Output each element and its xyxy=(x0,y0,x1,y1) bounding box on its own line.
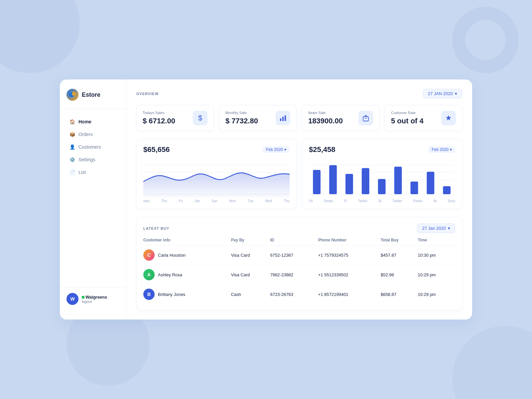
today-sales-value: $ 6712.00 xyxy=(143,117,175,125)
stat-card-rate: Customer Rate 5 out of 4 ★ xyxy=(385,105,462,131)
total-cell: $52.98 xyxy=(381,265,418,285)
svg-rect-2 xyxy=(280,118,281,121)
customer-avatar: C xyxy=(143,249,155,261)
item-sale-label: Iteam Sale xyxy=(308,111,343,115)
dollar-icon: $ xyxy=(198,114,202,122)
customer-avatar: A xyxy=(143,269,155,280)
bar-chart-icon xyxy=(279,114,287,122)
svg-rect-23 xyxy=(411,182,418,194)
table-header: Customer info Pay By ID Phone Number Tot… xyxy=(143,238,455,245)
svg-point-1 xyxy=(72,92,76,96)
svg-rect-5 xyxy=(363,117,368,121)
sidebar-item-list[interactable]: 📄 List xyxy=(63,166,123,178)
star-icon-box: ★ xyxy=(441,111,456,125)
sales-overview-period[interactable]: Feb 2020 ▾ xyxy=(263,146,290,153)
col-customer: Customer info xyxy=(143,238,231,245)
svg-rect-22 xyxy=(394,167,402,194)
chevron-down-icon: ▾ xyxy=(284,147,286,152)
phone-cell: +1 7579324575 xyxy=(318,245,381,265)
table-date-filter[interactable]: 27 Jan 2020 ▾ xyxy=(417,223,455,233)
col-payby: Pay By xyxy=(231,238,270,245)
col-time: Time xyxy=(418,238,456,245)
sidebar-item-orders[interactable]: 📦 Orders xyxy=(63,128,123,140)
online-indicator xyxy=(82,296,84,299)
today-sales-label: Todays Sales xyxy=(143,111,175,115)
stat-card-item: Iteam Sale 183900.00 xyxy=(302,105,379,131)
id-cell: 7862-23882 xyxy=(270,265,318,285)
table-body: C Carla Houston Visa Card 6752-12367 +1 … xyxy=(143,245,455,304)
table-row: A Ashley Rosa Visa Card 7862-23882 +1 55… xyxy=(143,265,455,285)
chart-header-add: $25,458 Feb 2020 ▾ xyxy=(309,145,455,154)
col-phone: Phone Number xyxy=(318,238,381,245)
bar-chart-area xyxy=(309,158,455,198)
pay-by-cell: Cash xyxy=(231,285,270,304)
svg-rect-25 xyxy=(443,186,451,194)
total-cell: $658.87 xyxy=(381,285,418,304)
time-cell: 10:29 pm xyxy=(418,285,456,304)
monthly-sale-value: $ 7732.80 xyxy=(225,117,258,125)
sidebar: Estore 🏠 Home 📦 Orders 👤 Customers ⚙️ Se… xyxy=(60,79,126,320)
time-cell: 10:29 pm xyxy=(418,265,456,285)
date-filter[interactable]: 27 JAN 2020 ▾ xyxy=(423,89,462,98)
pay-by-cell: Visa Card xyxy=(231,245,270,265)
overview-label: OVERVIEW xyxy=(136,92,159,96)
line-chart-svg xyxy=(143,158,290,198)
chevron-down-icon: ▾ xyxy=(455,91,457,96)
star-icon: ★ xyxy=(445,114,452,122)
svg-rect-3 xyxy=(282,117,284,121)
pay-by-cell: Visa Card xyxy=(231,265,270,285)
logo-area: Estore xyxy=(60,89,126,109)
user-avatar: W xyxy=(66,293,78,305)
svg-rect-24 xyxy=(427,172,434,194)
svg-rect-18 xyxy=(329,165,337,194)
id-cell: 6723-26763 xyxy=(270,285,318,304)
sales-by-add-card: $25,458 Feb 2020 ▾ xyxy=(302,139,462,209)
chevron-down-icon: ▾ xyxy=(450,147,452,152)
svg-rect-20 xyxy=(362,168,369,195)
phone-cell: +1 8572199401 xyxy=(318,285,381,304)
user-name: Walgreens xyxy=(82,295,107,300)
customer-rate-value: 5 out of 4 xyxy=(391,117,424,125)
customer-name: Carla Houston xyxy=(158,253,186,258)
bar-chart-svg xyxy=(309,158,455,198)
customers-icon: 👤 xyxy=(69,144,75,150)
bag-icon-box xyxy=(358,111,373,125)
orders-icon: 📦 xyxy=(69,132,75,137)
id-cell: 6752-12367 xyxy=(270,245,318,265)
customer-rate-label: Customer Rate xyxy=(391,111,424,115)
monthly-sale-label: Monthly Sale xyxy=(225,111,258,115)
chart-icon-box xyxy=(276,111,290,125)
svg-rect-17 xyxy=(313,170,321,194)
sidebar-item-home[interactable]: 🏠 Home xyxy=(63,116,123,128)
latest-buy-section: LATEST BUY 27 Jan 2020 ▾ Customer info P… xyxy=(136,217,462,310)
svg-rect-4 xyxy=(285,115,286,121)
table-row: B Brittany Jones Cash 6723-26763 +1 8572… xyxy=(143,285,455,304)
sidebar-item-customers[interactable]: 👤 Customers xyxy=(63,141,123,153)
shopping-bag-icon xyxy=(362,114,369,122)
customer-cell: C Carla Houston xyxy=(143,245,231,265)
list-icon: 📄 xyxy=(69,170,75,175)
stat-card-today: Todays Sales $ 6712.00 $ xyxy=(136,105,214,131)
customer-name: Brittany Jones xyxy=(158,292,185,297)
customer-avatar: B xyxy=(143,289,155,300)
item-sale-value: 183900.00 xyxy=(308,117,343,125)
chevron-down-icon: ▾ xyxy=(448,226,450,231)
sales-by-add-period[interactable]: Feb 2020 ▾ xyxy=(428,146,455,153)
svg-rect-19 xyxy=(345,174,353,194)
svg-rect-21 xyxy=(378,179,386,194)
col-total: Total Buy xyxy=(381,238,418,245)
main-card: Estore 🏠 Home 📦 Orders 👤 Customers ⚙️ Se… xyxy=(60,79,472,320)
chart-header-overview: $65,656 Feb 2020 ▾ xyxy=(143,145,290,154)
logout-link[interactable]: logout xyxy=(82,300,107,304)
table-row: C Carla Houston Visa Card 6752-12367 +1 … xyxy=(143,245,455,265)
main-content: OVERVIEW 27 JAN 2020 ▾ Todays Sales $ 67… xyxy=(126,79,472,320)
sidebar-item-settings[interactable]: ⚙️ Settings xyxy=(63,154,123,166)
latest-buy-label: LATEST BUY xyxy=(143,226,169,230)
stat-cards: Todays Sales $ 6712.00 $ Monthly Sale $ … xyxy=(136,105,462,131)
sales-by-add-value: $25,458 xyxy=(309,145,335,154)
sidebar-footer: W Walgreens logout xyxy=(60,287,126,310)
customer-cell: B Brittany Jones xyxy=(143,285,231,304)
time-cell: 10:30 pm xyxy=(418,245,456,265)
customer-name: Ashley Rosa xyxy=(158,272,182,277)
dollar-icon-box: $ xyxy=(193,111,207,125)
